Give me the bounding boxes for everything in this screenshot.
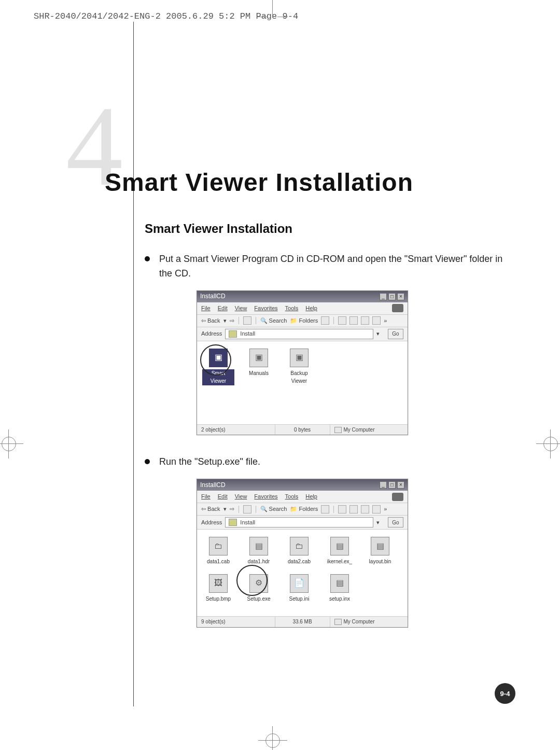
up-folder-icon[interactable] (243, 505, 251, 513)
address-label: Address (201, 329, 222, 338)
address-dropdown-icon[interactable]: ▾ (376, 329, 385, 338)
toolbar-overflow-icon[interactable]: » (384, 505, 387, 513)
address-input[interactable]: Install (225, 329, 373, 339)
file-icon: ▤ (371, 537, 389, 555)
move-to-icon[interactable] (338, 505, 346, 513)
delete-icon[interactable] (361, 316, 369, 325)
registration-mark (265, 733, 280, 748)
menu-favorites[interactable]: Favorites (254, 304, 277, 313)
minimize-icon[interactable]: _ (380, 481, 387, 489)
window-menubar: File Edit View Favorites Tools Help (197, 491, 408, 503)
installer-icon: ⚙ (249, 574, 268, 593)
file-item[interactable]: 📄Setup.ini (283, 574, 315, 603)
undo-icon[interactable] (372, 505, 381, 513)
search-button[interactable]: 🔍 Search (260, 316, 287, 325)
file-pane[interactable]: ▣ Smart Viewer ▣ Manuals ▣ Backup Viewer (197, 341, 408, 424)
file-label: data1.hdr (243, 558, 275, 566)
menu-edit[interactable]: Edit (218, 492, 228, 501)
status-center: 33.6 MB (275, 617, 330, 627)
folders-button[interactable]: 📁 Folders (290, 505, 318, 513)
undo-icon[interactable] (372, 316, 381, 325)
go-button[interactable]: Go (388, 329, 403, 339)
file-item-manuals[interactable]: ▣ Manuals (243, 349, 275, 385)
menu-tools[interactable]: Tools (285, 492, 299, 501)
window-menubar: File Edit View Favorites Tools Help (197, 302, 408, 315)
file-item[interactable]: 🖼Setup.bmp (202, 574, 234, 603)
menu-help[interactable]: Help (305, 492, 317, 501)
file-item-smart-viewer[interactable]: ▣ Smart Viewer (202, 349, 234, 385)
move-to-icon[interactable] (338, 316, 346, 325)
close-icon[interactable]: × (397, 481, 404, 489)
registration-mark (2, 437, 16, 451)
crop-mark (272, 0, 273, 17)
bullet-text: Put a Smart Viewer Program CD in CD-ROM … (159, 252, 508, 281)
forward-button[interactable]: ⇨ (230, 505, 234, 513)
address-bar: Address Install ▾ Go (197, 516, 408, 530)
file-item-setup-exe[interactable]: ⚙Setup.exe (243, 574, 275, 603)
bullet-icon (145, 256, 150, 261)
toolbar-chevron-icon[interactable]: ▾ (223, 505, 227, 513)
status-right: My Computer (344, 426, 375, 434)
file-label: Manuals (243, 369, 275, 378)
file-item[interactable]: ▤layout.bin (364, 537, 396, 566)
back-button[interactable]: ⇦ Back (201, 316, 220, 325)
address-label: Address (201, 518, 222, 527)
folder-icon (229, 519, 237, 526)
address-dropdown-icon[interactable]: ▾ (376, 518, 385, 527)
file-label: Setup.exe (243, 595, 275, 603)
history-icon[interactable] (321, 505, 329, 513)
copy-to-icon[interactable] (349, 505, 358, 513)
folder-icon: ▣ (290, 349, 309, 367)
window-toolbar: ⇦ Back ▾ ⇨ 🔍 Search 📁 Folders » (197, 503, 408, 516)
file-label: Backup Viewer (283, 369, 315, 385)
minimize-icon[interactable]: _ (380, 293, 387, 300)
menu-view[interactable]: View (235, 304, 247, 313)
config-icon: 📄 (290, 574, 309, 593)
menu-help[interactable]: Help (305, 304, 317, 313)
folder-icon: ▣ (249, 349, 268, 367)
search-button[interactable]: 🔍 Search (260, 505, 287, 513)
file-item[interactable]: 🗀data1.cab (202, 537, 234, 566)
menu-tools[interactable]: Tools (285, 304, 299, 313)
file-item[interactable]: ▤setup.inx (324, 574, 356, 603)
file-item-backup-viewer[interactable]: ▣ Backup Viewer (283, 349, 315, 385)
file-item[interactable]: ▤ikernel.ex_ (324, 537, 356, 566)
file-pane[interactable]: 🗀data1.cab ▤data1.hdr 🗀data2.cab ▤ikerne… (197, 530, 408, 616)
menu-edit[interactable]: Edit (218, 304, 228, 313)
maximize-icon[interactable]: □ (388, 481, 396, 489)
bullet-icon (145, 459, 150, 464)
maximize-icon[interactable]: □ (388, 293, 396, 300)
copy-to-icon[interactable] (349, 316, 358, 325)
history-icon[interactable] (321, 316, 329, 325)
close-icon[interactable]: × (397, 293, 404, 300)
status-left: 9 object(s) (197, 617, 275, 627)
toolbar-overflow-icon[interactable]: » (384, 316, 387, 325)
up-folder-icon[interactable] (243, 316, 251, 325)
registration-mark (543, 437, 558, 451)
file-label: Smart Viewer (202, 369, 234, 385)
menu-file[interactable]: File (201, 304, 211, 313)
file-label: ikernel.ex_ (324, 558, 356, 566)
forward-button[interactable]: ⇨ (230, 316, 234, 325)
computer-icon (334, 427, 342, 433)
folders-button[interactable]: 📁 Folders (290, 316, 318, 325)
delete-icon[interactable] (361, 505, 369, 513)
page-number: 9-4 (495, 683, 515, 704)
menu-favorites[interactable]: Favorites (254, 492, 277, 501)
menu-view[interactable]: View (235, 492, 247, 501)
back-button[interactable]: ⇦ Back (201, 505, 220, 513)
file-item[interactable]: ▤data1.hdr (243, 537, 275, 566)
archive-icon: 🗀 (290, 537, 309, 555)
menu-file[interactable]: File (201, 492, 211, 501)
address-input[interactable]: Install (225, 517, 373, 527)
status-bar: 9 object(s) 33.6 MB My Computer (197, 616, 408, 627)
folder-icon (229, 330, 237, 338)
window-title: InstallCD (200, 291, 226, 301)
file-label: Setup.bmp (202, 595, 234, 603)
bullet-item: Put a Smart Viewer Program CD in CD-ROM … (145, 252, 508, 281)
file-item[interactable]: 🗀data2.cab (283, 537, 315, 566)
go-button[interactable]: Go (388, 517, 403, 527)
image-icon: 🖼 (209, 574, 228, 593)
archive-icon: 🗀 (209, 537, 228, 555)
toolbar-chevron-icon[interactable]: ▾ (223, 316, 227, 325)
